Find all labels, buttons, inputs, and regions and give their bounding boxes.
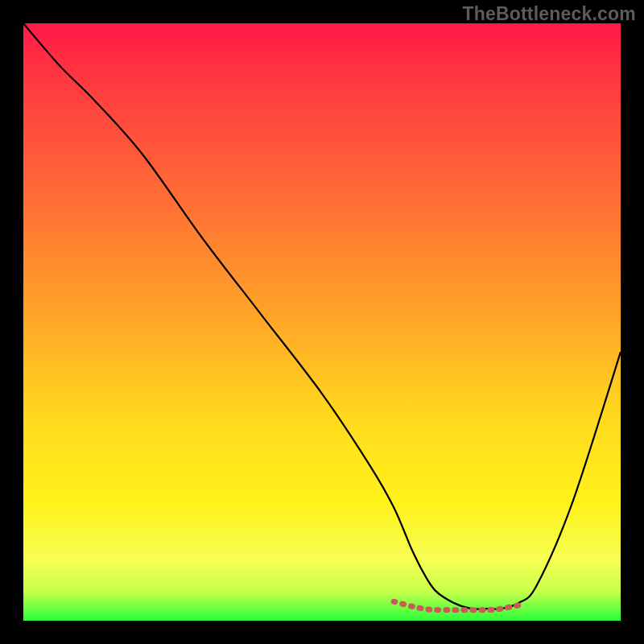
curve-svg — [23, 23, 621, 621]
black-curve-path — [23, 23, 621, 609]
watermark-text: TheBottleneck.com — [462, 3, 636, 25]
plot-area — [23, 23, 621, 621]
chart-frame: TheBottleneck.com — [0, 0, 644, 644]
red-highlight-path — [394, 601, 519, 609]
